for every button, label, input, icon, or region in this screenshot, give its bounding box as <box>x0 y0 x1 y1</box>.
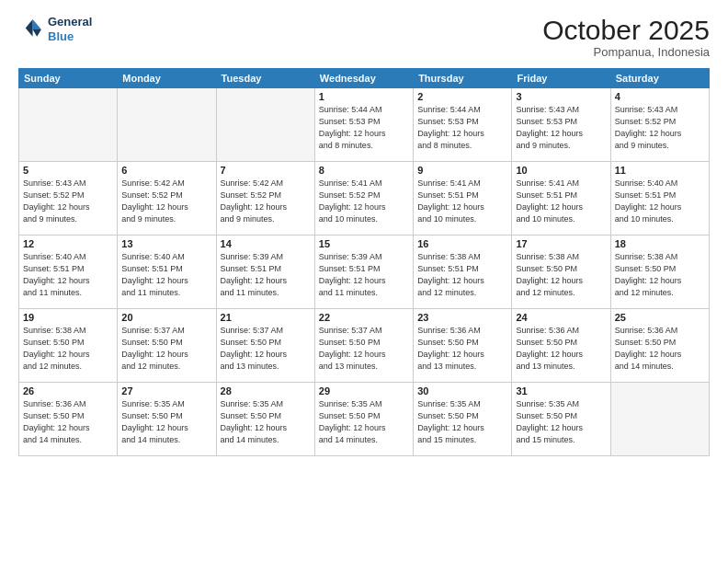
day-number: 25 <box>615 312 705 323</box>
day-info: Sunrise: 5:35 AM Sunset: 5:50 PM Dayligh… <box>319 398 409 446</box>
calendar-cell <box>118 88 216 162</box>
day-info: Sunrise: 5:43 AM Sunset: 5:52 PM Dayligh… <box>23 178 113 225</box>
day-number: 6 <box>121 165 211 176</box>
calendar-cell: 23Sunrise: 5:36 AM Sunset: 5:50 PM Dayli… <box>414 309 512 383</box>
day-number: 14 <box>221 238 311 249</box>
day-info: Sunrise: 5:36 AM Sunset: 5:50 PM Dayligh… <box>417 325 507 373</box>
day-number: 23 <box>417 312 507 323</box>
calendar-cell: 15Sunrise: 5:39 AM Sunset: 5:51 PM Dayli… <box>314 236 413 309</box>
day-info: Sunrise: 5:43 AM Sunset: 5:53 PM Dayligh… <box>516 104 606 152</box>
weekday-thursday: Thursday <box>414 69 512 88</box>
day-info: Sunrise: 5:37 AM Sunset: 5:50 PM Dayligh… <box>319 325 409 373</box>
day-info: Sunrise: 5:39 AM Sunset: 5:51 PM Dayligh… <box>319 251 409 299</box>
calendar-cell: 29Sunrise: 5:35 AM Sunset: 5:50 PM Dayli… <box>314 383 413 456</box>
day-info: Sunrise: 5:44 AM Sunset: 5:53 PM Dayligh… <box>319 104 409 152</box>
logo-text: General Blue <box>48 15 92 43</box>
weekday-monday: Monday <box>118 69 216 88</box>
day-info: Sunrise: 5:41 AM Sunset: 5:51 PM Dayligh… <box>516 178 606 225</box>
day-number: 16 <box>417 238 507 249</box>
day-number: 3 <box>516 91 606 102</box>
day-info: Sunrise: 5:39 AM Sunset: 5:51 PM Dayligh… <box>221 251 311 299</box>
calendar-cell: 9Sunrise: 5:41 AM Sunset: 5:51 PM Daylig… <box>414 162 512 236</box>
calendar-cell: 31Sunrise: 5:35 AM Sunset: 5:50 PM Dayli… <box>512 383 610 456</box>
day-info: Sunrise: 5:40 AM Sunset: 5:51 PM Dayligh… <box>121 251 211 299</box>
calendar-cell: 12Sunrise: 5:40 AM Sunset: 5:51 PM Dayli… <box>19 236 118 309</box>
day-info: Sunrise: 5:42 AM Sunset: 5:52 PM Dayligh… <box>121 178 211 225</box>
page: General Blue October 2025 Pompanua, Indo… <box>0 0 728 563</box>
day-number: 30 <box>417 385 507 396</box>
week-row-0: 1Sunrise: 5:44 AM Sunset: 5:53 PM Daylig… <box>19 88 710 162</box>
weekday-friday: Friday <box>512 69 610 88</box>
calendar-cell: 1Sunrise: 5:44 AM Sunset: 5:53 PM Daylig… <box>314 88 413 162</box>
calendar-cell: 11Sunrise: 5:40 AM Sunset: 5:51 PM Dayli… <box>610 162 709 236</box>
day-number: 2 <box>417 91 507 102</box>
calendar-cell: 27Sunrise: 5:35 AM Sunset: 5:50 PM Dayli… <box>118 383 216 456</box>
calendar-cell: 14Sunrise: 5:39 AM Sunset: 5:51 PM Dayli… <box>216 236 314 309</box>
calendar-cell: 17Sunrise: 5:38 AM Sunset: 5:50 PM Dayli… <box>512 236 610 309</box>
calendar-cell: 18Sunrise: 5:38 AM Sunset: 5:50 PM Dayli… <box>610 236 709 309</box>
calendar-cell: 10Sunrise: 5:41 AM Sunset: 5:51 PM Dayli… <box>512 162 610 236</box>
title-block: October 2025 Pompanua, Indonesia <box>542 15 710 59</box>
day-info: Sunrise: 5:36 AM Sunset: 5:50 PM Dayligh… <box>23 398 113 446</box>
day-info: Sunrise: 5:38 AM Sunset: 5:50 PM Dayligh… <box>23 325 113 373</box>
day-info: Sunrise: 5:41 AM Sunset: 5:52 PM Dayligh… <box>319 178 409 225</box>
day-info: Sunrise: 5:38 AM Sunset: 5:51 PM Dayligh… <box>417 251 507 299</box>
day-info: Sunrise: 5:38 AM Sunset: 5:50 PM Dayligh… <box>615 251 705 299</box>
calendar-cell: 24Sunrise: 5:36 AM Sunset: 5:50 PM Dayli… <box>512 309 610 383</box>
month-title: October 2025 <box>542 15 710 45</box>
day-number: 11 <box>615 165 705 176</box>
day-number: 21 <box>221 312 311 323</box>
day-info: Sunrise: 5:38 AM Sunset: 5:50 PM Dayligh… <box>516 251 606 299</box>
weekday-tuesday: Tuesday <box>216 69 314 88</box>
week-row-1: 5Sunrise: 5:43 AM Sunset: 5:52 PM Daylig… <box>19 162 710 236</box>
weekday-saturday: Saturday <box>610 69 709 88</box>
calendar-cell: 22Sunrise: 5:37 AM Sunset: 5:50 PM Dayli… <box>314 309 413 383</box>
calendar-cell: 19Sunrise: 5:38 AM Sunset: 5:50 PM Dayli… <box>19 309 118 383</box>
day-number: 4 <box>615 91 705 102</box>
day-number: 20 <box>121 312 211 323</box>
week-row-2: 12Sunrise: 5:40 AM Sunset: 5:51 PM Dayli… <box>19 236 710 309</box>
day-info: Sunrise: 5:35 AM Sunset: 5:50 PM Dayligh… <box>417 398 507 446</box>
calendar-cell: 2Sunrise: 5:44 AM Sunset: 5:53 PM Daylig… <box>414 88 512 162</box>
svg-marker-2 <box>26 19 33 37</box>
calendar-body: 1Sunrise: 5:44 AM Sunset: 5:53 PM Daylig… <box>19 88 710 456</box>
day-number: 29 <box>319 385 409 396</box>
week-row-4: 26Sunrise: 5:36 AM Sunset: 5:50 PM Dayli… <box>19 383 710 456</box>
day-info: Sunrise: 5:40 AM Sunset: 5:51 PM Dayligh… <box>615 178 705 225</box>
day-number: 28 <box>221 385 311 396</box>
day-info: Sunrise: 5:35 AM Sunset: 5:50 PM Dayligh… <box>221 398 311 446</box>
calendar-cell: 26Sunrise: 5:36 AM Sunset: 5:50 PM Dayli… <box>19 383 118 456</box>
day-info: Sunrise: 5:36 AM Sunset: 5:50 PM Dayligh… <box>516 325 606 373</box>
logo: General Blue <box>18 15 92 43</box>
day-info: Sunrise: 5:35 AM Sunset: 5:50 PM Dayligh… <box>516 398 606 446</box>
svg-marker-1 <box>33 29 41 37</box>
header: General Blue October 2025 Pompanua, Indo… <box>18 15 710 59</box>
calendar-cell <box>19 88 118 162</box>
day-number: 22 <box>319 312 409 323</box>
calendar-cell: 30Sunrise: 5:35 AM Sunset: 5:50 PM Dayli… <box>414 383 512 456</box>
day-info: Sunrise: 5:36 AM Sunset: 5:50 PM Dayligh… <box>615 325 705 373</box>
calendar-cell: 20Sunrise: 5:37 AM Sunset: 5:50 PM Dayli… <box>118 309 216 383</box>
calendar-cell: 8Sunrise: 5:41 AM Sunset: 5:52 PM Daylig… <box>314 162 413 236</box>
day-info: Sunrise: 5:43 AM Sunset: 5:52 PM Dayligh… <box>615 104 705 152</box>
day-info: Sunrise: 5:40 AM Sunset: 5:51 PM Dayligh… <box>23 251 113 299</box>
subtitle: Pompanua, Indonesia <box>542 45 710 59</box>
calendar: SundayMondayTuesdayWednesdayThursdayFrid… <box>18 68 710 456</box>
day-number: 10 <box>516 165 606 176</box>
day-number: 1 <box>319 91 409 102</box>
day-number: 13 <box>121 238 211 249</box>
day-info: Sunrise: 5:37 AM Sunset: 5:50 PM Dayligh… <box>221 325 311 373</box>
day-number: 17 <box>516 238 606 249</box>
calendar-cell: 7Sunrise: 5:42 AM Sunset: 5:52 PM Daylig… <box>216 162 314 236</box>
weekday-wednesday: Wednesday <box>314 69 413 88</box>
day-number: 19 <box>23 312 113 323</box>
day-number: 5 <box>23 165 113 176</box>
day-number: 27 <box>121 385 211 396</box>
calendar-cell <box>216 88 314 162</box>
calendar-cell: 4Sunrise: 5:43 AM Sunset: 5:52 PM Daylig… <box>610 88 709 162</box>
day-number: 7 <box>221 165 311 176</box>
day-info: Sunrise: 5:44 AM Sunset: 5:53 PM Dayligh… <box>417 104 507 152</box>
calendar-cell: 28Sunrise: 5:35 AM Sunset: 5:50 PM Dayli… <box>216 383 314 456</box>
logo-icon <box>18 17 44 42</box>
day-number: 26 <box>23 385 113 396</box>
